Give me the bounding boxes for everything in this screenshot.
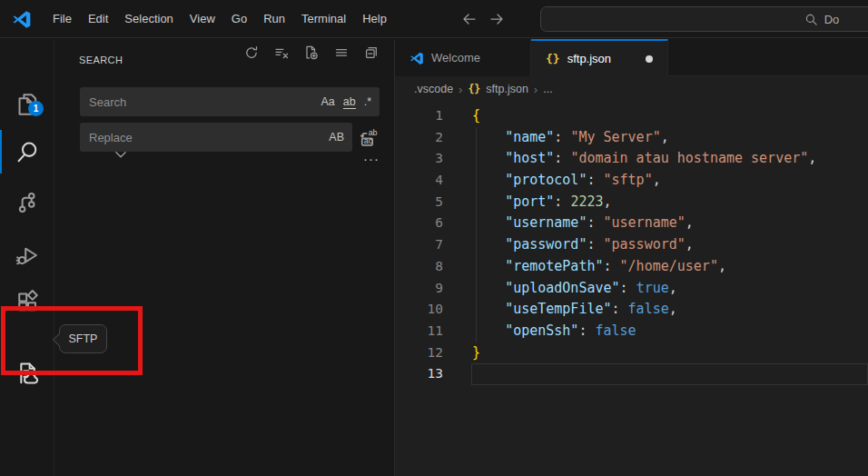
- code-line-9[interactable]: 9 "uploadOnSave": true,: [395, 278, 868, 300]
- line-number: 12: [395, 342, 443, 364]
- search-panel-actions: [242, 43, 381, 63]
- menu-run[interactable]: Run: [255, 7, 293, 30]
- activity-run-debug-button[interactable]: [0, 233, 54, 277]
- vscode-logo-icon: [12, 9, 32, 29]
- line-number: 7: [395, 234, 443, 256]
- code-line-3[interactable]: 3 "host": "domain atau hostname server",: [395, 148, 868, 170]
- regex-toggle[interactable]: .*: [364, 95, 371, 108]
- menu-file[interactable]: File: [44, 7, 80, 30]
- title-bar: FileEditSelectionViewGoRunTerminalHelp D…: [0, 0, 868, 38]
- json-icon: {}: [546, 52, 560, 65]
- menu-edit[interactable]: Edit: [80, 7, 116, 30]
- line-number: 10: [395, 299, 443, 321]
- back-arrow-button[interactable]: [460, 10, 478, 28]
- menu-selection[interactable]: Selection: [116, 7, 181, 30]
- more-actions-button[interactable]: ···: [361, 154, 381, 170]
- line-number: 1: [395, 105, 443, 127]
- run-and-debug-icon: [15, 243, 39, 267]
- explorer-badge: 1: [28, 101, 44, 116]
- refresh-button[interactable]: [242, 43, 261, 63]
- line-number: 11: [395, 321, 443, 342]
- code-line-7[interactable]: 7 "password": "password",: [395, 234, 868, 256]
- code-line-8[interactable]: 8 "remotePath": "/home/user",: [395, 256, 868, 278]
- line-content: "host": "domain atau hostname server",: [443, 148, 868, 170]
- activity-search-button[interactable]: [0, 130, 54, 174]
- code-line-11[interactable]: 11 "openSsh": false: [395, 321, 868, 342]
- line-number: 4: [395, 170, 443, 192]
- code-line-2[interactable]: 2 "name": "My Server",: [395, 127, 868, 149]
- line-number: 3: [395, 148, 443, 170]
- menu-terminal[interactable]: Terminal: [293, 7, 354, 30]
- modified-dot-icon[interactable]: [646, 55, 653, 63]
- line-content: "password": "password",: [443, 234, 868, 256]
- view-as-list-button[interactable]: [331, 43, 351, 63]
- code-line-6[interactable]: 6 "username": "username",: [395, 213, 868, 234]
- code-line-12[interactable]: 12}: [395, 342, 868, 364]
- forward-arrow-button[interactable]: [488, 10, 506, 28]
- search-icon: [804, 13, 818, 26]
- replace-input[interactable]: [80, 131, 329, 144]
- vscode-logo-icon: [409, 51, 424, 65]
- breadcrumb-symbol[interactable]: ...: [543, 83, 552, 95]
- breadcrumb: .vscode › {} sftp.json › ...: [395, 76, 868, 102]
- line-content: "protocol": "sftp",: [443, 170, 868, 192]
- activity-explorer-button[interactable]: 1: [0, 83, 54, 126]
- menu-go[interactable]: Go: [223, 7, 255, 30]
- menu-help[interactable]: Help: [354, 7, 395, 30]
- source-control-icon: [15, 191, 39, 214]
- search-sidebar: SEARCH Aa ab .* AB: [55, 39, 394, 476]
- command-center-searchbox[interactable]: Do: [540, 6, 868, 32]
- line-content: "useTempFile": false,: [443, 299, 868, 321]
- line-number: 13: [395, 363, 443, 385]
- activity-bar: 1: [0, 39, 54, 476]
- search-input-row: Aa ab .*: [80, 87, 380, 116]
- activity-source-control-button[interactable]: [0, 181, 54, 224]
- tab-welcome[interactable]: Welcome: [395, 39, 531, 76]
- search-icon: [15, 140, 39, 164]
- open-new-search-editor-button[interactable]: [301, 43, 321, 63]
- line-content: [471, 363, 868, 385]
- menu-view[interactable]: View: [182, 7, 223, 30]
- breadcrumb-folder[interactable]: .vscode: [414, 83, 453, 95]
- tab-label: Welcome: [431, 51, 480, 64]
- preserve-case-toggle[interactable]: AB: [329, 131, 344, 144]
- code-lines: 1{2 "name": "My Server",3 "host": "domai…: [395, 105, 868, 385]
- line-content: "remotePath": "/home/user",: [443, 256, 868, 278]
- search-input[interactable]: [80, 95, 321, 109]
- clear-search-results-button[interactable]: [271, 43, 291, 63]
- line-content: "port": 2223,: [443, 192, 868, 213]
- tab-sftp-json[interactable]: {} sftp.json: [531, 39, 668, 76]
- whole-word-toggle[interactable]: ab: [343, 95, 356, 109]
- line-number: 8: [395, 256, 443, 278]
- replace-input-row: AB: [80, 123, 352, 152]
- line-number: 2: [395, 127, 443, 149]
- line-content: "name": "My Server",: [443, 127, 868, 149]
- code-line-13[interactable]: 13: [395, 363, 868, 385]
- editor-group: Welcome {} sftp.json .vscode › {} sftp.j…: [394, 39, 868, 476]
- code-line-10[interactable]: 10 "useTempFile": false,: [395, 299, 868, 321]
- code-line-1[interactable]: 1{: [395, 105, 868, 127]
- code-line-4[interactable]: 4 "protocol": "sftp",: [395, 170, 868, 192]
- match-case-toggle[interactable]: Aa: [321, 95, 334, 108]
- panel-title: SEARCH: [79, 55, 123, 65]
- code-line-5[interactable]: 5 "port": 2223,: [395, 192, 868, 213]
- svg-text:ac: ac: [364, 136, 373, 145]
- chevron-right-icon: ›: [459, 83, 462, 96]
- breadcrumb-file[interactable]: sftp.json: [486, 83, 528, 95]
- chevron-right-icon: ›: [534, 83, 538, 96]
- line-number: 5: [395, 192, 443, 213]
- collapse-all-button[interactable]: [361, 43, 381, 63]
- line-content: }: [443, 342, 868, 364]
- red-annotation-rectangle: [1, 306, 143, 375]
- line-number: 6: [395, 213, 443, 234]
- tab-strip: Welcome {} sftp.json: [395, 39, 868, 76]
- line-content: {: [443, 105, 868, 127]
- code-editor[interactable]: 1{2 "name": "My Server",3 "host": "domai…: [395, 102, 868, 476]
- replace-all-button[interactable]: ab ac: [360, 127, 380, 147]
- line-content: "openSsh": false: [443, 321, 868, 342]
- menubar: FileEditSelectionViewGoRunTerminalHelp: [44, 7, 395, 30]
- indent-guide: [476, 127, 477, 342]
- line-number: 9: [395, 278, 443, 300]
- json-icon: {}: [468, 83, 480, 95]
- command-center-text: Do: [824, 13, 840, 26]
